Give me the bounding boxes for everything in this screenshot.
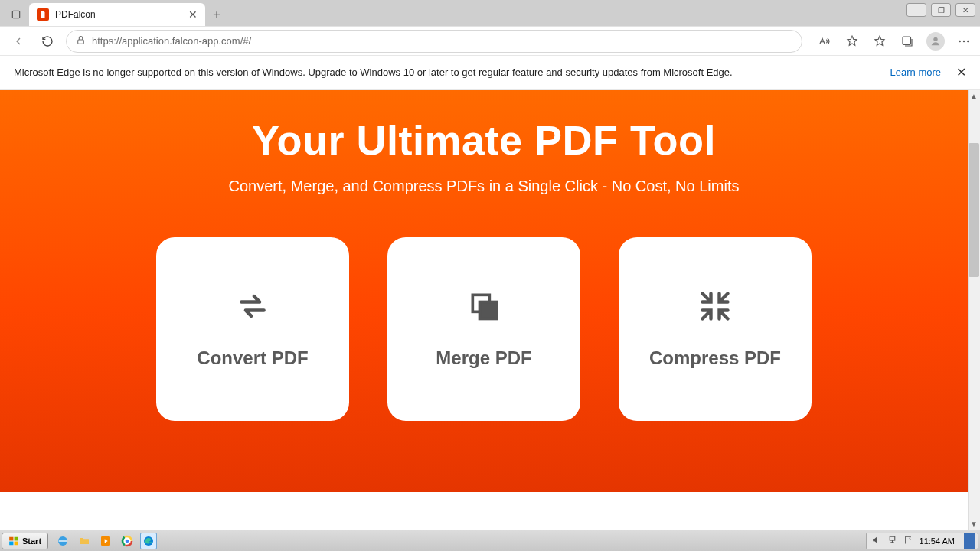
svg-rect-9 xyxy=(9,536,13,540)
svg-rect-0 xyxy=(12,11,19,18)
windows-logo-icon xyxy=(8,536,19,546)
banner-text: Microsoft Edge is no longer supported on… xyxy=(14,67,733,78)
svg-point-3 xyxy=(933,37,937,41)
vertical-scrollbar[interactable]: ▲ ▼ xyxy=(968,90,980,530)
swap-arrows-icon xyxy=(236,289,270,326)
tab-strip: PDFalcon ✕ ＋ — ❐ ✕ xyxy=(0,0,980,26)
svg-rect-21 xyxy=(890,536,895,540)
start-button[interactable]: Start xyxy=(2,533,48,549)
svg-rect-8 xyxy=(480,302,497,319)
merge-pdf-card[interactable]: Merge PDF xyxy=(387,237,580,421)
compress-pdf-card[interactable]: Compress PDF xyxy=(619,237,812,421)
system-tray[interactable]: 11:54 AM xyxy=(866,533,978,549)
browser-tab-active[interactable]: PDFalcon ✕ xyxy=(29,3,205,26)
svg-rect-11 xyxy=(9,541,13,545)
collections-icon[interactable] xyxy=(899,33,916,50)
favorites-icon[interactable] xyxy=(871,33,888,50)
start-label: Start xyxy=(22,536,41,546)
page-content: Your Ultimate PDF Tool Convert, Merge, a… xyxy=(0,90,968,530)
svg-point-4 xyxy=(959,40,961,41)
lock-icon xyxy=(76,35,86,47)
banner-close-button[interactable]: ✕ xyxy=(956,65,966,80)
browser-chrome: PDFalcon ✕ ＋ — ❐ ✕ https://application.f… xyxy=(0,0,980,90)
address-url: https://application.falcon-app.com/#/ xyxy=(92,35,251,47)
scroll-down-arrow[interactable]: ▼ xyxy=(968,517,980,530)
menu-more-icon[interactable] xyxy=(956,33,972,50)
tray-flag-icon[interactable] xyxy=(903,535,913,546)
svg-rect-1 xyxy=(78,39,84,43)
toolbar-right xyxy=(816,32,972,51)
tray-clock[interactable]: 11:54 AM xyxy=(920,536,955,546)
svg-point-5 xyxy=(963,40,965,41)
windows-taskbar: Start 11:54 AM xyxy=(0,530,980,551)
nav-back-button[interactable] xyxy=(8,31,29,52)
svg-point-6 xyxy=(967,40,969,41)
tab-actions-button[interactable] xyxy=(3,3,29,26)
taskbar-media-icon[interactable] xyxy=(97,533,114,549)
scroll-thumb[interactable] xyxy=(969,143,979,277)
card-label: Convert PDF xyxy=(197,347,308,369)
tray-network-icon[interactable] xyxy=(887,535,897,546)
hero-subtitle: Convert, Merge, and Compress PDFs in a S… xyxy=(229,178,740,195)
taskbar-edge-icon[interactable] xyxy=(140,533,157,549)
taskbar-ie-icon[interactable] xyxy=(54,533,71,549)
window-maximize-button[interactable]: ❐ xyxy=(931,3,951,17)
tab-title: PDFalcon xyxy=(55,9,96,20)
tab-favicon xyxy=(37,8,49,21)
window-close-button[interactable]: ✕ xyxy=(956,3,975,17)
card-label: Merge PDF xyxy=(436,347,531,369)
card-label: Compress PDF xyxy=(649,347,781,369)
banner-learn-more-link[interactable]: Learn more xyxy=(890,67,941,78)
svg-rect-2 xyxy=(903,37,911,45)
tool-cards: Convert PDF Merge PDF Compress PDF xyxy=(156,237,812,421)
address-bar-row: https://application.falcon-app.com/#/ xyxy=(0,26,980,55)
scroll-up-arrow[interactable]: ▲ xyxy=(968,90,980,102)
window-minimize-button[interactable]: — xyxy=(906,3,926,17)
page-viewport: Your Ultimate PDF Tool Convert, Merge, a… xyxy=(0,90,980,530)
new-tab-button[interactable]: ＋ xyxy=(205,3,228,26)
convert-pdf-card[interactable]: Convert PDF xyxy=(156,237,349,421)
tray-show-desktop[interactable] xyxy=(964,533,975,549)
unsupported-os-banner: Microsoft Edge is no longer supported on… xyxy=(0,55,980,90)
star-add-icon[interactable] xyxy=(844,33,861,50)
address-bar[interactable]: https://application.falcon-app.com/#/ xyxy=(66,30,802,53)
below-hero-strip xyxy=(0,492,968,530)
nav-refresh-button[interactable] xyxy=(37,31,58,52)
hero-title: Your Ultimate PDF Tool xyxy=(252,116,716,164)
taskbar-explorer-icon[interactable] xyxy=(76,533,93,549)
hero-section: Your Ultimate PDF Tool Convert, Merge, a… xyxy=(0,90,968,492)
window-controls: — ❐ ✕ xyxy=(906,3,975,17)
tab-close-button[interactable]: ✕ xyxy=(188,8,198,21)
taskbar-pinned xyxy=(54,533,157,549)
merge-icon xyxy=(467,289,501,326)
compress-icon xyxy=(698,289,732,326)
read-aloud-icon[interactable] xyxy=(816,33,833,50)
taskbar-chrome-icon[interactable] xyxy=(119,533,136,549)
profile-avatar[interactable] xyxy=(926,32,945,51)
svg-point-19 xyxy=(126,539,129,543)
svg-rect-10 xyxy=(15,536,18,540)
tray-volume-icon[interactable] xyxy=(871,535,881,546)
svg-rect-12 xyxy=(15,541,18,545)
